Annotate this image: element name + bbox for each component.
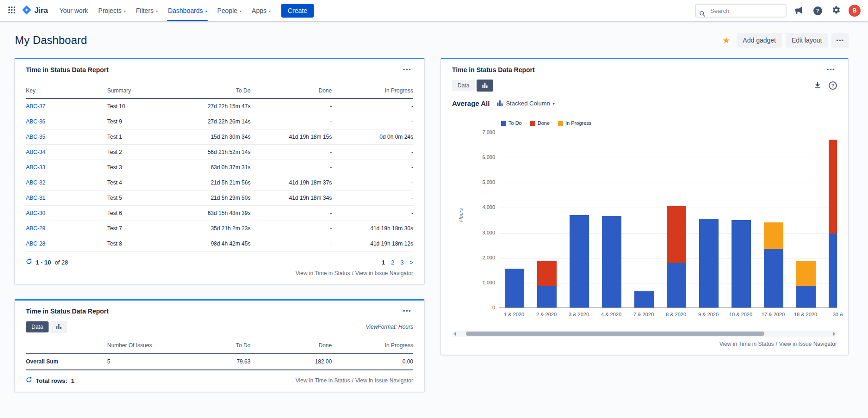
nav-item-label: Dashboards bbox=[168, 7, 203, 14]
y-tick-label: 1,000 bbox=[452, 280, 495, 285]
done-cell: - bbox=[250, 206, 332, 221]
favorite-star-button[interactable]: ★ bbox=[719, 35, 733, 46]
page-link-2[interactable]: 2 bbox=[391, 259, 394, 266]
in-progress-cell: 0d 0h 0m 24s bbox=[332, 129, 413, 145]
view-in-time-in-status-link[interactable]: View in Time in Status bbox=[719, 341, 774, 347]
issue-key-link[interactable]: ABC-32 bbox=[26, 179, 45, 186]
scrollbar-thumb[interactable] bbox=[466, 332, 764, 336]
page-link-3[interactable]: 3 bbox=[400, 259, 403, 266]
done-cell: - bbox=[250, 160, 332, 175]
edit-layout-button[interactable]: Edit layout bbox=[786, 33, 828, 48]
app-switcher-button[interactable] bbox=[5, 4, 19, 17]
dashboard-more-button[interactable]: ••• bbox=[831, 33, 849, 48]
pagination-total: of 28 bbox=[55, 259, 68, 266]
view-toggle-toolbar: Data ViewFormat: Hours bbox=[26, 321, 413, 333]
chart-type-dropdown[interactable]: Stacked Column ▾ bbox=[497, 100, 554, 107]
issue-key-link[interactable]: ABC-35 bbox=[26, 134, 45, 140]
page-link-1[interactable]: 1 bbox=[382, 259, 385, 266]
column-header-inprogress: In Progress bbox=[332, 87, 413, 98]
pagination-next[interactable]: > bbox=[409, 259, 413, 266]
settings-button[interactable] bbox=[830, 5, 842, 17]
gear-icon bbox=[832, 6, 841, 16]
nav-item-projects[interactable]: Projects▾ bbox=[93, 0, 131, 21]
bar-segment-to-do[interactable] bbox=[764, 249, 783, 307]
chart-help-button[interactable]: ? bbox=[829, 81, 837, 90]
view-in-time-in-status-link[interactable]: View in Time in Status bbox=[296, 270, 350, 277]
bar-segment-done[interactable] bbox=[537, 261, 557, 286]
summary-cell: Test 9 bbox=[107, 114, 185, 129]
nav-item-label: People bbox=[217, 7, 237, 14]
export-button[interactable] bbox=[814, 81, 821, 90]
bar-segment-to-do[interactable] bbox=[732, 220, 751, 308]
scrollbar-left-arrow[interactable] bbox=[454, 332, 456, 336]
help-button[interactable]: ? bbox=[812, 5, 824, 17]
total-rows: Total rows: 1 bbox=[26, 377, 74, 384]
bar-segment-to-do[interactable] bbox=[796, 286, 816, 307]
issue-key-link[interactable]: ABC-33 bbox=[26, 164, 45, 171]
jira-logo[interactable]: Jira bbox=[19, 5, 54, 17]
issue-key-link[interactable]: ABC-29 bbox=[26, 225, 45, 232]
in-progress-cell: - bbox=[332, 145, 413, 160]
gadget-more-button[interactable]: ••• bbox=[401, 66, 413, 74]
gadget-more-button[interactable]: ••• bbox=[825, 66, 837, 74]
nav-item-dashboards[interactable]: Dashboards▾ bbox=[163, 0, 212, 21]
nav-item-apps[interactable]: Apps▾ bbox=[247, 0, 276, 21]
create-button[interactable]: Create bbox=[281, 4, 314, 18]
bar-segment-to-do[interactable] bbox=[537, 286, 557, 307]
legend-item-to-do[interactable]: To Do bbox=[501, 120, 522, 126]
tis-table-body: ABC-37Test 1027d 22h 15m 47s--ABC-36Test… bbox=[26, 98, 413, 252]
legend-item-in-progress[interactable]: In Progress bbox=[558, 120, 591, 126]
bar-segment-done[interactable] bbox=[829, 140, 837, 234]
chart-view-button[interactable] bbox=[477, 80, 493, 92]
add-gadget-button[interactable]: Add gadget bbox=[737, 33, 782, 48]
chevron-down-icon: ▾ bbox=[205, 8, 207, 13]
bar-segment-done[interactable] bbox=[667, 206, 686, 263]
table-row: ABC-33Test 363d 0h 37m 31s-- bbox=[26, 160, 413, 175]
view-in-time-in-status-link[interactable]: View in Time in Status bbox=[296, 377, 350, 384]
bar-segment-to-do[interactable] bbox=[570, 215, 589, 307]
topbar: Jira Your workProjects▾Filters▾Dashboard… bbox=[0, 0, 868, 21]
column-header-number-of-issues: Number Of Issues bbox=[107, 338, 185, 353]
gadget-more-button[interactable]: ••• bbox=[401, 307, 413, 315]
bar-segment-to-do[interactable] bbox=[699, 219, 719, 307]
nav-item-people[interactable]: People▾ bbox=[212, 0, 247, 21]
number-of-issues-value: 5 bbox=[107, 353, 185, 370]
table-header-row: Key Summary To Do Done In Progress bbox=[26, 87, 413, 98]
bar-segment-in-progress[interactable] bbox=[796, 261, 816, 286]
issue-key-link[interactable]: ABC-28 bbox=[26, 240, 45, 247]
todo-cell: 35d 21h 2m 23s bbox=[185, 221, 250, 236]
data-view-button[interactable]: Data bbox=[452, 80, 475, 91]
summary-cell: Test 8 bbox=[107, 236, 185, 252]
issue-key-link[interactable]: ABC-30 bbox=[26, 210, 45, 216]
issue-key-link[interactable]: ABC-37 bbox=[26, 103, 45, 110]
issue-key-link[interactable]: ABC-31 bbox=[26, 195, 45, 201]
footer-separator: / bbox=[775, 341, 777, 347]
bar-segment-to-do[interactable] bbox=[829, 234, 837, 307]
announcements-button[interactable] bbox=[793, 5, 805, 17]
view-in-issue-navigator-link[interactable]: View in Issue Navigator bbox=[355, 377, 413, 384]
help-icon: ? bbox=[813, 6, 822, 15]
bar-segment-to-do[interactable] bbox=[634, 291, 654, 307]
view-in-issue-navigator-link[interactable]: View in Issue Navigator bbox=[779, 341, 837, 347]
issue-key-link[interactable]: ABC-34 bbox=[26, 149, 45, 155]
refresh-icon[interactable] bbox=[26, 377, 32, 384]
nav-item-filters[interactable]: Filters▾ bbox=[131, 0, 163, 21]
data-view-button[interactable]: Data bbox=[26, 321, 49, 332]
avatar[interactable]: B bbox=[849, 5, 861, 17]
bar-segment-to-do[interactable] bbox=[602, 216, 621, 307]
more-icon: ••• bbox=[836, 37, 844, 44]
issue-key-link[interactable]: ABC-36 bbox=[26, 118, 45, 125]
bar-segment-to-do[interactable] bbox=[505, 269, 524, 307]
gadget-bottom: Total rows: 1 View in Time in Status/Vie… bbox=[26, 377, 413, 384]
chart-view-button[interactable] bbox=[50, 321, 67, 333]
view-in-issue-navigator-link[interactable]: View in Issue Navigator bbox=[355, 270, 413, 277]
bar-segment-in-progress[interactable] bbox=[764, 222, 783, 249]
refresh-icon[interactable] bbox=[26, 258, 32, 266]
legend-item-done[interactable]: Done bbox=[530, 120, 550, 126]
y-tick-label: 5,000 bbox=[452, 179, 495, 185]
summary-cell: Test 2 bbox=[107, 145, 185, 160]
search-input[interactable] bbox=[695, 4, 787, 18]
bar-segment-to-do[interactable] bbox=[667, 263, 686, 307]
nav-item-your-work[interactable]: Your work bbox=[54, 0, 93, 21]
scrollbar-right-arrow[interactable] bbox=[833, 332, 835, 336]
